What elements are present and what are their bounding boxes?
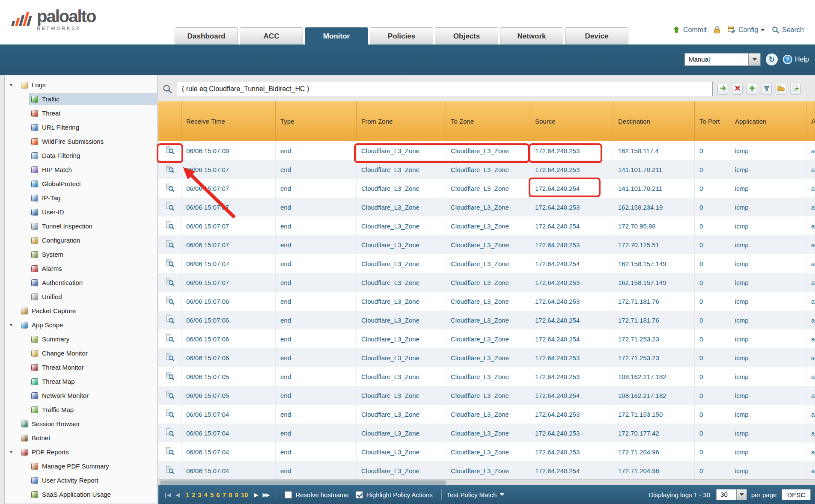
log-detail-button[interactable] <box>158 405 181 424</box>
column-header-detail[interactable] <box>158 101 181 141</box>
add-filter-button[interactable] <box>747 84 757 95</box>
sidebar-item-ip-tag[interactable]: IP-Tag <box>5 191 157 205</box>
log-detail-button[interactable] <box>158 179 181 198</box>
log-row[interactable]: 06/06 15:07:06endCloudflare_L3_ZoneCloud… <box>158 348 815 367</box>
sidebar-item-manage-pdf-summary[interactable]: Manage PDF Summary <box>5 459 157 473</box>
log-row[interactable]: 06/06 15:07:04endCloudflare_L3_ZoneCloud… <box>158 461 815 480</box>
horizontal-scrollbar[interactable] <box>158 479 815 485</box>
log-row[interactable]: 06/06 15:07:05endCloudflare_L3_ZoneCloud… <box>158 386 815 405</box>
sidebar-item-data-filtering[interactable]: Data Filtering <box>5 148 157 163</box>
refresh-interval-dropdown-button[interactable] <box>749 53 761 66</box>
log-detail-button[interactable] <box>158 348 181 367</box>
log-row[interactable]: 06/06 15:07:07endCloudflare_L3_ZoneCloud… <box>158 179 815 198</box>
tab-network[interactable]: Network <box>500 27 563 44</box>
column-header-source[interactable]: Source <box>530 101 613 141</box>
log-row[interactable]: 06/06 15:07:07endCloudflare_L3_ZoneCloud… <box>158 160 815 179</box>
sidebar-item-globalprotect[interactable]: GlobalProtect <box>5 177 157 191</box>
sidebar-item-packet-capture[interactable]: Packet Capture <box>5 304 157 318</box>
sidebar-item-summary[interactable]: Summary <box>5 332 157 346</box>
log-row[interactable]: 06/06 15:07:04endCloudflare_L3_ZoneCloud… <box>158 424 815 442</box>
log-row[interactable]: 06/06 15:07:07endCloudflare_L3_ZoneCloud… <box>158 254 815 273</box>
log-detail-button[interactable] <box>158 386 181 405</box>
log-detail-button[interactable] <box>158 198 181 216</box>
sidebar-item-alarms[interactable]: Alarms <box>5 261 157 276</box>
per-page-dropdown-button[interactable] <box>737 489 747 500</box>
log-filter-input[interactable] <box>177 82 713 96</box>
sidebar-item-pdf-reports[interactable]: ▼PDF Reports <box>5 445 157 459</box>
help-button[interactable]: ? Help <box>783 55 809 64</box>
sidebar-item-user-id[interactable]: User-ID <box>5 205 157 219</box>
log-row[interactable]: 06/06 15:07:07endCloudflare_L3_ZoneCloud… <box>158 198 815 216</box>
page-number-4[interactable]: 4 <box>204 491 208 498</box>
log-detail-button[interactable] <box>158 160 181 179</box>
load-filter-button[interactable] <box>776 84 786 95</box>
scrollbar-thumb[interactable] <box>160 480 446 485</box>
sort-order-button[interactable]: DESC <box>782 489 811 500</box>
save-filter-button[interactable] <box>761 84 772 95</box>
per-page-select[interactable]: 30 <box>716 489 747 500</box>
lock-icon[interactable] <box>714 26 721 34</box>
refresh-icon[interactable]: ↻ <box>766 53 778 65</box>
commit-button[interactable]: Commit <box>673 26 707 34</box>
page-number-8[interactable]: 8 <box>229 491 232 498</box>
page-number-3[interactable]: 3 <box>198 491 201 498</box>
log-detail-button[interactable] <box>158 424 181 442</box>
log-row[interactable]: 06/06 15:07:04endCloudflare_L3_ZoneCloud… <box>158 442 815 461</box>
log-detail-button[interactable] <box>158 235 181 254</box>
sidebar-item-url-filtering[interactable]: URL Filtering <box>5 120 157 134</box>
log-detail-button[interactable] <box>158 254 181 273</box>
page-number-5[interactable]: 5 <box>210 491 214 498</box>
sidebar-item-threat[interactable]: Threat <box>5 106 157 120</box>
sidebar-item-hip-match[interactable]: HIP Match <box>5 163 157 177</box>
test-policy-match-menu[interactable]: Test Policy Match <box>447 491 505 498</box>
sidebar-item-traffic[interactable]: Traffic <box>5 92 157 106</box>
tab-monitor[interactable]: Monitor <box>305 27 368 44</box>
sidebar-item-user-activity-report[interactable]: User Activity Report <box>5 473 157 487</box>
log-row[interactable]: 06/06 15:07:06endCloudflare_L3_ZoneCloud… <box>158 329 815 348</box>
resolve-hostname-checkbox[interactable]: Resolve hostname <box>285 491 348 498</box>
tab-acc[interactable]: ACC <box>240 27 303 44</box>
page-number-9[interactable]: 9 <box>235 491 238 498</box>
log-row[interactable]: 06/06 15:07:09endCloudflare_L3_ZoneCloud… <box>158 141 815 160</box>
config-menu[interactable]: Config <box>728 26 765 34</box>
tab-policies[interactable]: Policies <box>370 27 433 44</box>
column-header-application[interactable]: Application <box>730 101 806 141</box>
page-number-1[interactable]: 1 <box>186 491 189 498</box>
log-row[interactable]: 06/06 15:07:06endCloudflare_L3_ZoneCloud… <box>158 292 815 311</box>
column-header-action[interactable]: A <box>806 101 815 141</box>
column-header-from-zone[interactable]: From Zone <box>357 101 446 141</box>
log-row[interactable]: 06/06 15:07:07endCloudflare_L3_ZoneCloud… <box>158 235 815 254</box>
sidebar-item-authentication[interactable]: Authentication <box>5 276 157 290</box>
log-detail-button[interactable] <box>158 216 181 235</box>
page-number-7[interactable]: 7 <box>223 491 226 498</box>
next-page-button[interactable]: ▶ <box>254 492 258 498</box>
clear-filter-button[interactable] <box>732 84 743 95</box>
expand-caret-icon[interactable]: ▼ <box>9 83 19 87</box>
sidebar-item-threat-monitor[interactable]: Threat Monitor <box>5 360 157 374</box>
sidebar-item-threat-map[interactable]: Threat Map <box>5 374 157 388</box>
last-page-button[interactable]: ▶▶ <box>262 492 268 498</box>
refresh-interval-select[interactable]: Manual <box>684 53 761 66</box>
log-detail-button[interactable] <box>158 141 181 160</box>
log-detail-button[interactable] <box>158 367 181 386</box>
log-row[interactable]: 06/06 15:07:07endCloudflare_L3_ZoneCloud… <box>158 273 815 292</box>
sidebar-item-network-monitor[interactable]: Network Monitor <box>5 388 157 403</box>
log-detail-button[interactable] <box>158 273 181 292</box>
tab-objects[interactable]: Objects <box>435 27 498 44</box>
sidebar-item-unified[interactable]: Unified <box>5 290 157 304</box>
sidebar-item-logs[interactable]: ▼Logs <box>5 78 157 92</box>
sidebar-item-app-scope[interactable]: ▼App Scope <box>5 318 157 332</box>
column-header-to-port[interactable]: To Port <box>695 101 730 141</box>
log-detail-button[interactable] <box>158 461 181 480</box>
column-header-receive-time[interactable]: Receive Time <box>181 101 276 141</box>
log-row[interactable]: 06/06 15:07:07endCloudflare_L3_ZoneCloud… <box>158 216 815 235</box>
expand-caret-icon[interactable]: ▼ <box>9 323 19 327</box>
sidebar-item-change-monitor[interactable]: Change Monitor <box>5 346 157 360</box>
sidebar-item-system[interactable]: System <box>5 247 157 261</box>
log-row[interactable]: 06/06 15:07:06endCloudflare_L3_ZoneCloud… <box>158 311 815 329</box>
highlight-policy-actions-checkbox[interactable]: Highlight Policy Actions <box>356 491 433 498</box>
log-detail-button[interactable] <box>158 442 181 461</box>
log-row[interactable]: 06/06 15:07:05endCloudflare_L3_ZoneCloud… <box>158 367 815 386</box>
apply-filter-button[interactable] <box>717 84 728 95</box>
sidebar-item-session-browser[interactable]: Session Browser <box>5 417 157 431</box>
